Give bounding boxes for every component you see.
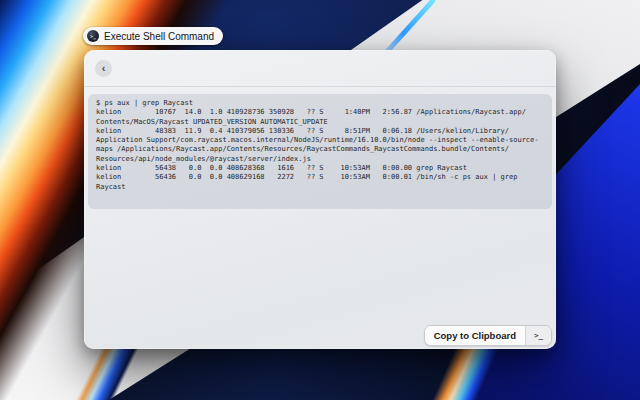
desktop-screen: >_ Execute Shell Command ‹ $ ps aux | gr… (0, 0, 640, 400)
terminal-line: kelion 56436 0.0 0.0 408629168 2272 ?? S… (96, 173, 544, 182)
back-button[interactable]: ‹ (95, 60, 112, 77)
copy-to-clipboard-button[interactable]: Copy to Clipboard >_ (424, 325, 552, 346)
terminal-line: Contents/MacOS/Raycast UPDATED_VERSION A… (96, 118, 544, 127)
terminal-line: maps /Applications/Raycast.app/Contents/… (96, 145, 544, 154)
terminal-shortcut-icon: >_ (525, 326, 551, 345)
command-title-pill: >_ Execute Shell Command (83, 27, 223, 45)
terminal-line: kelion 10767 14.0 1.0 410928736 350928 ?… (96, 108, 544, 117)
terminal-line: kelion 48383 11.9 0.4 410379056 130336 ?… (96, 127, 544, 136)
command-title-label: Execute Shell Command (104, 31, 214, 42)
back-chevron-icon: ‹ (102, 62, 106, 74)
terminal-output-panel: $ ps aux | grep Raycastkelion 10767 14.0… (88, 94, 552, 209)
shell-command-icon: >_ (87, 30, 99, 42)
terminal-line: $ ps aux | grep Raycast (96, 99, 544, 108)
terminal-line: Application Support/com.raycast.macos.in… (96, 136, 544, 145)
window-header: ‹ (84, 50, 556, 87)
terminal-line: kelion 56438 0.0 0.0 408628368 1616 ?? S… (96, 164, 544, 173)
shell-output-window: ‹ $ ps aux | grep Raycastkelion 10767 14… (84, 50, 556, 349)
terminal-line: Resources/api/node_modules/@raycast/serv… (96, 155, 544, 164)
copy-button-label: Copy to Clipboard (425, 326, 525, 345)
terminal-line: Raycast (96, 183, 544, 192)
